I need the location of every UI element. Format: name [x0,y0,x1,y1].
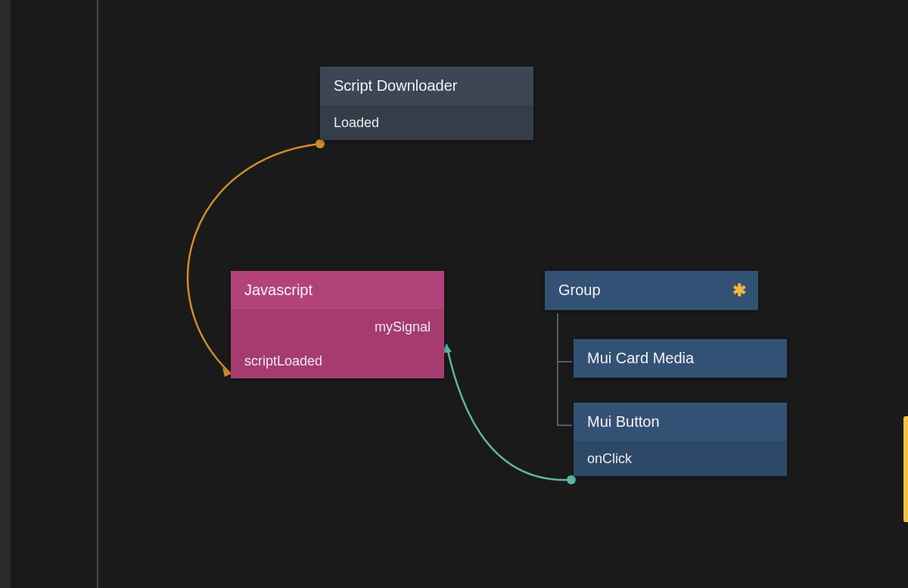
node-title: Group ✱ [545,271,758,310]
node-group[interactable]: Group ✱ [545,271,758,310]
node-mui-button[interactable]: Mui Button onClick [574,403,787,476]
node-mui-card-media[interactable]: Mui Card Media [574,339,787,378]
port-label: mySignal [375,319,431,334]
star-icon: ✱ [732,281,746,300]
port-label: scriptLoaded [244,353,322,369]
node-title-text: Mui Card Media [587,350,694,366]
node-javascript[interactable]: Javascript mySignal scriptLoaded [231,271,444,378]
edge-arrow-scriptloaded [222,368,231,377]
tree-line [558,313,572,425]
output-port-loaded[interactable]: Loaded [320,106,533,140]
node-title-text: Group [558,282,601,298]
node-title: Script Downloader [320,67,533,106]
node-canvas[interactable]: Script Downloader Loaded Javascript mySi… [0,0,908,588]
node-title-text: Mui Button [587,413,660,430]
node-title-text: Javascript [244,282,313,298]
node-title: Mui Button [574,403,787,442]
node-title: Javascript [231,271,444,310]
node-title: Mui Card Media [574,339,787,378]
input-port-mysignal[interactable]: mySignal [231,310,444,344]
port-label: Loaded [334,115,379,130]
edge-port-onclick [567,475,576,484]
node-script-downloader[interactable]: Script Downloader Loaded [320,67,533,140]
node-title-text: Script Downloader [334,77,457,94]
port-label: onClick [587,451,632,466]
output-port-onclick[interactable]: onClick [574,442,787,476]
edge-port-loaded [316,139,325,148]
input-port-scriptloaded[interactable]: scriptLoaded [231,344,444,378]
edge-onclick-to-mysignal [446,344,571,480]
